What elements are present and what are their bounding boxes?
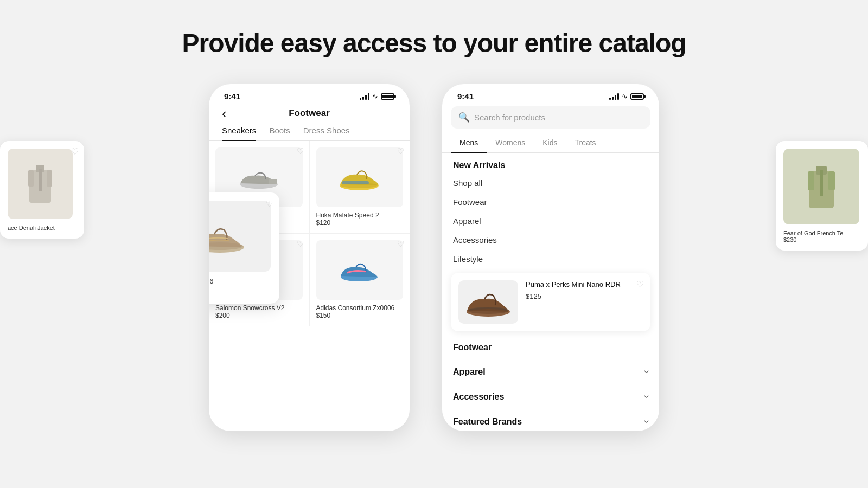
featured-product-name: Puma x Perks Mini Nano RDR <box>526 280 621 290</box>
accordion-footwear[interactable]: Footwear <box>442 336 659 359</box>
hoka-name: Hoka Mafate Speed 2 <box>316 211 404 219</box>
left-time: 9:41 <box>224 92 240 101</box>
hoka-image <box>316 147 404 207</box>
left-phone-header: ‹ Footwear <box>209 104 410 126</box>
featured-product-info: Puma x Perks Mini Nano RDR $125 <box>526 280 621 324</box>
partial-right-card: Fear of God French Te $230 <box>776 141 868 251</box>
hoka-price: $120 <box>316 219 404 227</box>
hoka-heart[interactable]: ♡ <box>397 146 404 156</box>
cat-tab-treats[interactable]: Treats <box>566 134 604 152</box>
partial-right-product-name: Fear of God French Te <box>783 230 860 236</box>
salomon-xt6-price: $150 <box>209 287 271 295</box>
menu-item-lifestyle[interactable]: Lifestyle <box>453 249 648 268</box>
salomon-xt6-card[interactable]: ♡ Salomon XT-6 $150 <box>209 192 279 304</box>
featured-brands-chevron-icon: › <box>641 420 653 423</box>
adidas-heart[interactable]: ♡ <box>397 239 404 249</box>
wifi-icon: ∿ <box>372 92 378 100</box>
svg-rect-9 <box>820 170 823 196</box>
search-icon: 🔍 <box>458 112 470 123</box>
tab-boots[interactable]: Boots <box>269 126 290 140</box>
right-wifi-icon: ∿ <box>622 92 628 100</box>
featured-heart-icon[interactable]: ♡ <box>636 279 644 290</box>
jacket-illustration <box>24 159 56 208</box>
right-battery-icon <box>630 93 644 100</box>
accordion-accessories-label: Accessories <box>453 392 504 402</box>
salomon-xt6-name: Salomon XT-6 <box>209 277 271 285</box>
featured-product-price: $125 <box>526 292 621 300</box>
page-title: Provide easy access to your entire catal… <box>182 28 686 58</box>
svg-rect-14 <box>342 181 369 184</box>
svg-rect-3 <box>47 170 52 187</box>
apparel-chevron-icon: › <box>641 370 653 374</box>
right-status-icons: ∿ <box>609 92 644 100</box>
gel-kayano-shoe-illustration <box>236 164 282 191</box>
signal-icon <box>360 93 369 100</box>
snowcross-price: $200 <box>215 312 303 319</box>
category-tabs: Mens Womens Kids Treats <box>442 134 659 153</box>
right-signal-icon <box>609 93 619 100</box>
snowcross-heart[interactable]: ♡ <box>297 239 304 249</box>
snowcross-name: Salomon Snowcross V2 <box>215 304 303 312</box>
product-card-adidas[interactable]: ♡ Adidas Consortium Zx0006 $150 <box>310 234 410 326</box>
adidas-image <box>316 240 404 300</box>
search-placeholder: Search for products <box>474 113 545 122</box>
accordion-apparel[interactable]: Apparel › <box>442 359 659 384</box>
battery-icon <box>381 93 394 100</box>
svg-rect-8 <box>828 171 835 190</box>
cat-tab-mens[interactable]: Mens <box>451 134 487 152</box>
cat-tab-womens[interactable]: Womens <box>487 134 534 152</box>
left-tabs-row: Sneakers Boots Dress Shoes <box>209 126 410 141</box>
salomon-xt6-heart[interactable]: ♡ <box>266 199 273 209</box>
adidas-shoe-illustration <box>336 256 382 284</box>
left-phone-title: Footwear <box>289 108 330 119</box>
featured-puma-image <box>458 280 518 324</box>
left-status-bar: 9:41 ∿ <box>209 84 410 104</box>
right-status-bar: 9:41 ∿ <box>442 84 659 104</box>
salomon-xt6-shoe-illustration <box>209 219 250 254</box>
tab-sneakers[interactable]: Sneakers <box>222 126 256 140</box>
accordion-featured-brands[interactable]: Featured Brands › <box>442 409 659 431</box>
search-bar[interactable]: 🔍 Search for products <box>451 106 650 129</box>
accordion-footwear-label: Footwear <box>453 343 492 352</box>
menu-item-accessories[interactable]: Accessories <box>453 230 648 249</box>
accordion-apparel-label: Apparel <box>453 367 486 377</box>
menu-item-shop-all[interactable]: Shop all <box>453 174 648 192</box>
menu-list: New Arrivals Shop all Footwear Apparel A… <box>442 153 659 268</box>
partial-left-jacket-image <box>8 149 73 219</box>
new-arrivals-section-title: New Arrivals <box>453 153 648 174</box>
svg-rect-7 <box>808 171 814 190</box>
partial-left-heart-icon[interactable]: ♡ <box>71 146 79 157</box>
salomon-xt6-image <box>209 201 271 272</box>
back-button[interactable]: ‹ <box>222 106 227 120</box>
left-status-icons: ∿ <box>360 92 394 100</box>
tab-dress-shoes[interactable]: Dress Shoes <box>303 126 350 140</box>
menu-item-footwear[interactable]: Footwear <box>453 192 648 211</box>
adidas-price: $150 <box>316 312 404 319</box>
partial-left-product-name: ace Denali Jacket <box>8 224 76 231</box>
accordion-featured-brands-label: Featured Brands <box>453 417 522 427</box>
cat-tab-kids[interactable]: Kids <box>534 134 566 152</box>
accessories-chevron-icon: › <box>641 395 653 399</box>
right-time: 9:41 <box>457 92 474 101</box>
partial-left-card: ♡ ace Denali Jacket <box>0 141 84 239</box>
partial-right-jacket-image <box>783 149 859 224</box>
fear-jacket-illustration <box>802 159 840 214</box>
product-card-hoka[interactable]: ♡ Hoka Mafate Speed 2 $120 <box>310 141 410 233</box>
featured-product-card[interactable]: ♡ Puma x Perks Mini Nano RDR $125 <box>451 273 650 331</box>
hoka-shoe-illustration <box>336 164 382 191</box>
svg-rect-4 <box>39 169 42 191</box>
gel-kayano-heart[interactable]: ♡ <box>297 146 304 156</box>
adidas-name: Adidas Consortium Zx0006 <box>316 304 404 312</box>
accordion-accessories[interactable]: Accessories › <box>442 384 659 409</box>
partial-right-product-price: $230 <box>783 236 860 243</box>
puma-shoe-illustration <box>463 286 514 318</box>
menu-item-apparel[interactable]: Apparel <box>453 211 648 230</box>
phone-right: 9:41 ∿ 🔍 Search for products <box>442 84 659 431</box>
phones-container: 9:41 ∿ ‹ Footwear <box>209 84 659 431</box>
svg-rect-11 <box>269 179 277 184</box>
phone-left: 9:41 ∿ ‹ Footwear <box>209 84 410 431</box>
svg-rect-2 <box>28 170 34 187</box>
